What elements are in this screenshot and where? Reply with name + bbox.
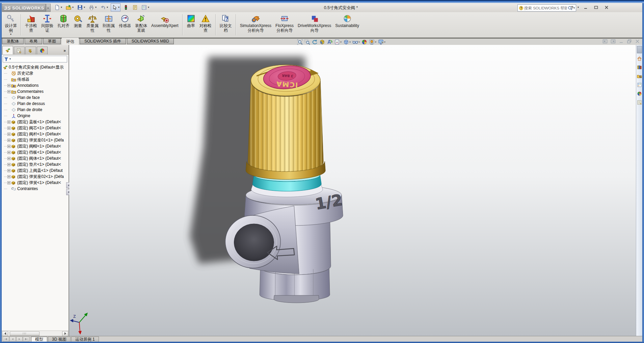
tree-item[interactable]: (固定) 弹簧座02<1> (Défa (2, 174, 69, 180)
ribbon-floxpress-button[interactable]: FloXpress分析向导 (273, 13, 296, 33)
collapse-pane-right-button[interactable] (611, 39, 616, 44)
ribbon-interference-check-button[interactable]: 干涉检查 (23, 13, 39, 33)
tree-item[interactable]: (固定) 阀帽<1> (Défaut< (2, 143, 69, 149)
save-button[interactable]: ▾ (76, 3, 86, 11)
section-view-button[interactable] (319, 39, 326, 45)
scrollbar-thumb[interactable] (10, 332, 39, 336)
dropdown-arrow-icon[interactable]: ▾ (375, 41, 376, 44)
tree-item[interactable]: Plan de face (2, 95, 69, 101)
tab-sketch[interactable]: 草图 (43, 38, 61, 44)
ribbon-section-properties-button[interactable]: 剖面属性 (101, 13, 117, 33)
expand-toggle[interactable] (7, 163, 10, 166)
expand-toggle[interactable] (7, 169, 10, 172)
tab-solidworks-addins[interactable]: SOLIDWORKS 插件 (80, 38, 126, 44)
view-orientation-button[interactable]: ▾ (333, 39, 342, 45)
collapse-pane-left-button[interactable] (602, 39, 608, 44)
dropdown-arrow-icon[interactable]: ▾ (95, 6, 97, 9)
edit-appearance-button[interactable] (361, 39, 368, 45)
dropdown-arrow-icon[interactable]: ▾ (384, 41, 385, 44)
design-library-tab[interactable] (637, 65, 642, 70)
rebuild-button[interactable] (122, 3, 130, 11)
document-minimize-button[interactable] (619, 39, 624, 44)
expand-toggle[interactable] (7, 175, 10, 178)
3d-model-view[interactable]: 1/2 3 BAR (69, 45, 636, 336)
tree-item[interactable]: (固定) 弹簧<1> (Défaut< (2, 180, 69, 186)
panel-splitter[interactable] (66, 182, 69, 195)
tree-item[interactable]: Annotations (2, 82, 69, 88)
graphics-area[interactable]: 1/2 3 BAR (69, 45, 636, 336)
ribbon-hole-alignment-button[interactable]: 孔对齐 (55, 13, 72, 28)
tree-item[interactable]: (固定) 阀芯<1> (Défaut< (2, 125, 69, 131)
tree-item[interactable]: (固定) 盖板<1> (Défaut< (2, 119, 69, 125)
motion-nav-end-button[interactable] (23, 337, 29, 342)
dropdown-arrow-icon[interactable]: ▾ (10, 33, 11, 36)
view-settings-button[interactable]: ▾ (377, 39, 386, 45)
tab-layout[interactable]: 布局 (25, 38, 42, 44)
ribbon-mass-properties-button[interactable]: 质量属性 (84, 13, 101, 33)
apply-scene-button[interactable]: ▾ (368, 39, 377, 45)
expand-toggle[interactable] (7, 84, 10, 87)
new-document-button[interactable]: ▾ (53, 3, 63, 11)
panel-expand-button[interactable]: » (63, 48, 68, 54)
dropdown-arrow-icon[interactable]: ▾ (107, 6, 108, 9)
ribbon-curvature-button[interactable]: 曲率 (185, 13, 197, 28)
tree-item[interactable]: Commentaires (2, 88, 69, 95)
ribbon-symmetry-check-button[interactable]: 对称检查 (197, 13, 214, 33)
zoom-to-fit-button[interactable] (296, 39, 303, 45)
panel-horizontal-scrollbar[interactable] (2, 331, 69, 336)
task-pane-handle[interactable] (637, 46, 642, 53)
expand-toggle[interactable] (7, 145, 10, 148)
dropdown-arrow-icon[interactable]: ▾ (349, 41, 351, 44)
tree-item[interactable]: Origine (2, 113, 69, 119)
tree-item[interactable]: (固定) 上阀盖<1> (Défaut (2, 167, 69, 174)
ribbon-driveworksxpress-button[interactable]: DriveWorksXpress向导 (296, 13, 333, 33)
tab-3d-views[interactable]: 3D 视图 (48, 337, 71, 342)
tree-item[interactable]: 历史记录 (2, 70, 69, 76)
ribbon-design-study-button[interactable]: 设计算例▾ (3, 13, 19, 36)
tree-filter-box[interactable]: ▾ (3, 56, 67, 62)
tree-item[interactable]: (固定) 阀杆<1> (Défaut< (2, 131, 69, 137)
logo-flyout-arrow[interactable]: ▸ (46, 4, 51, 12)
help-search-box[interactable]: ▾ (517, 4, 576, 11)
configurationmanager-tab[interactable] (25, 47, 36, 54)
maximize-button[interactable] (592, 5, 600, 10)
dropdown-arrow-icon[interactable]: ▾ (340, 41, 342, 44)
motion-nav-next-button[interactable] (16, 337, 23, 342)
tab-evaluate[interactable]: 评估 (62, 38, 79, 45)
ribbon-clearance-verify-button[interactable]: 间隙验证 (39, 13, 55, 33)
tree-item[interactable]: (固定) 阀体<1> (Défaut< (2, 155, 69, 161)
dropdown-arrow-icon[interactable]: ▾ (578, 6, 579, 9)
solidworks-resources-tab[interactable] (637, 56, 642, 61)
help-button[interactable]: ? (571, 5, 573, 10)
tab-solidworks-mbd[interactable]: SOLIDWORKS MBD (127, 38, 174, 44)
hide-show-items-button[interactable]: ▾ (352, 39, 360, 45)
ribbon-assemblyxpert-button[interactable]: AssemblyXpert (149, 13, 181, 28)
document-restore-button[interactable] (627, 39, 632, 44)
document-close-button[interactable] (635, 39, 640, 44)
expand-toggle[interactable] (7, 151, 10, 154)
ribbon-simulationxpress-button[interactable]: SimulationXpress分析向导 (238, 13, 273, 33)
tab-assembly[interactable]: 装配体 (2, 38, 24, 44)
motion-nav-previous-button[interactable] (9, 337, 16, 342)
tree-item[interactable]: (固定) 挡板<1> (Défaut< (2, 149, 69, 155)
expand-toggle[interactable] (7, 121, 10, 124)
zoom-to-area-button[interactable] (304, 39, 311, 45)
scroll-right-button[interactable] (62, 331, 68, 336)
dropdown-arrow-icon[interactable]: ▾ (84, 6, 85, 9)
featuremanager-tab[interactable] (2, 46, 13, 54)
expand-toggle[interactable] (7, 157, 10, 160)
propertymanager-tab[interactable] (14, 47, 25, 54)
tree-item[interactable]: Plan de droite (2, 107, 69, 113)
previous-view-button[interactable] (311, 39, 318, 45)
ribbon-assembly-visualization-button[interactable]: 装配体直观 (133, 13, 149, 33)
undo-button[interactable]: ▾ (99, 3, 109, 11)
expand-toggle[interactable] (7, 139, 10, 142)
dropdown-arrow-icon[interactable]: ▾ (118, 6, 119, 9)
expand-toggle[interactable] (7, 127, 10, 130)
file-explorer-tab[interactable] (637, 74, 642, 79)
help-search-input[interactable] (524, 6, 568, 10)
tab-motion-study-1[interactable]: 运动算例 1 (71, 337, 99, 342)
dropdown-arrow-icon[interactable]: ▾ (9, 58, 11, 60)
displaymanager-tab[interactable] (37, 47, 48, 54)
appearances-tab[interactable] (637, 91, 642, 96)
